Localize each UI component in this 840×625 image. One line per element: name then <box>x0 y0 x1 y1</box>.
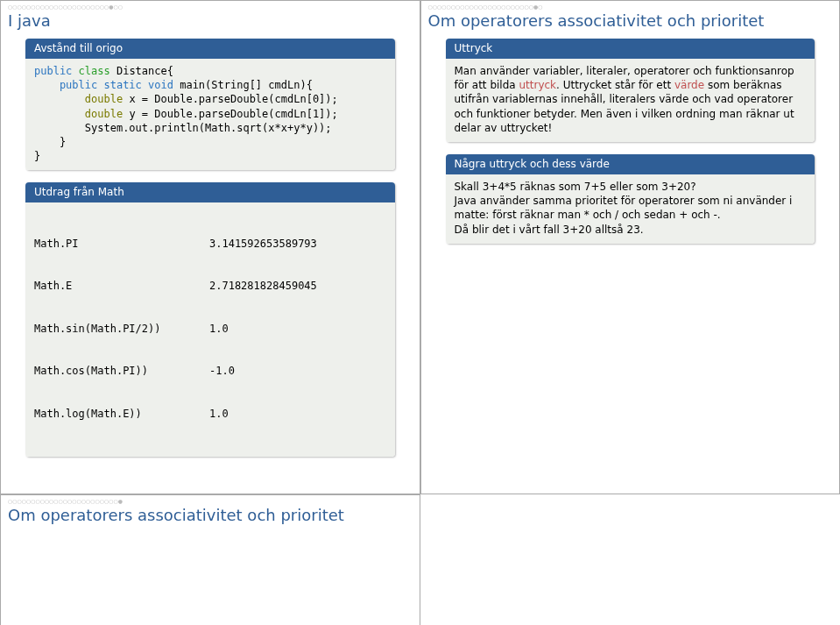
math-row: Math.PI3.141592653589793 <box>34 237 386 251</box>
slide-title: I java <box>8 11 413 30</box>
code-line: public static void main(String[] cmdLn){ <box>34 78 386 92</box>
block-math-extract: Utdrag från Math Math.PI3.14159265358979… <box>25 182 395 456</box>
slide-empty <box>420 494 841 626</box>
text-line: Java använder samma prioritet för operat… <box>455 194 807 222</box>
block-distance: Avstånd till origo public class Distance… <box>25 39 395 170</box>
block-body: Math.PI3.141592653589793 Math.E2.7182818… <box>25 202 395 456</box>
text-line: Då blir det i vårt fall 3+20 alltså 23. <box>455 223 807 237</box>
block-header: Uttryck <box>446 39 815 59</box>
code-line: public class Distance{ <box>34 64 386 78</box>
slide-title: Om operatorers associativitet och priori… <box>428 11 833 30</box>
nav-dots: ○○○○○○○○○○○○○○○○○○○○○○●○○ <box>8 4 413 10</box>
code-line: } <box>34 149 386 163</box>
block-body: public class Distance{ public static voi… <box>25 59 395 170</box>
block-header: Några uttryck och dess värde <box>446 154 815 174</box>
slide-prio-1: ○○○○○○○○○○○○○○○○○○○○○○○●○ Om operatorers… <box>420 0 841 494</box>
math-row: Math.log(Math.E))1.0 <box>34 407 386 421</box>
block-body: Man använder variabler, literaler, opera… <box>446 59 815 142</box>
block-header: Utdrag från Math <box>25 182 395 202</box>
slide-prio-2: ○○○○○○○○○○○○○○○○○○○○○○○○● Om operatorers… <box>0 494 420 626</box>
block-header: Avstånd till origo <box>25 39 395 59</box>
code-line: double x = Double.parseDouble(cmdLn[0]); <box>34 92 386 106</box>
nav-dots: ○○○○○○○○○○○○○○○○○○○○○○○●○ <box>428 4 833 10</box>
math-row: Math.cos(Math.PI))-1.0 <box>34 364 386 378</box>
text-line: Skall 3+4*5 räknas som 7+5 eller som 3+2… <box>455 180 807 194</box>
slide-title: Om operatorers associativitet och priori… <box>8 506 413 524</box>
slide-java: ○○○○○○○○○○○○○○○○○○○○○○●○○ I java Avstånd… <box>0 0 420 494</box>
nav-dots: ○○○○○○○○○○○○○○○○○○○○○○○○● <box>8 499 413 504</box>
block-uttryck-varde-1: Några uttryck och dess värde Skall 3+4*5… <box>446 154 815 244</box>
math-row: Math.E2.718281828459045 <box>34 279 386 293</box>
math-row: Math.sin(Math.PI/2))1.0 <box>34 322 386 336</box>
code-line: } <box>34 135 386 149</box>
code-line: double y = Double.parseDouble(cmdLn[1]); <box>34 107 386 121</box>
code-line: System.out.println(Math.sqrt(x*x+y*y)); <box>34 121 386 135</box>
block-uttryck: Uttryck Man använder variabler, literale… <box>446 39 815 142</box>
block-body: Skall 3+4*5 räknas som 7+5 eller som 3+2… <box>446 174 815 244</box>
